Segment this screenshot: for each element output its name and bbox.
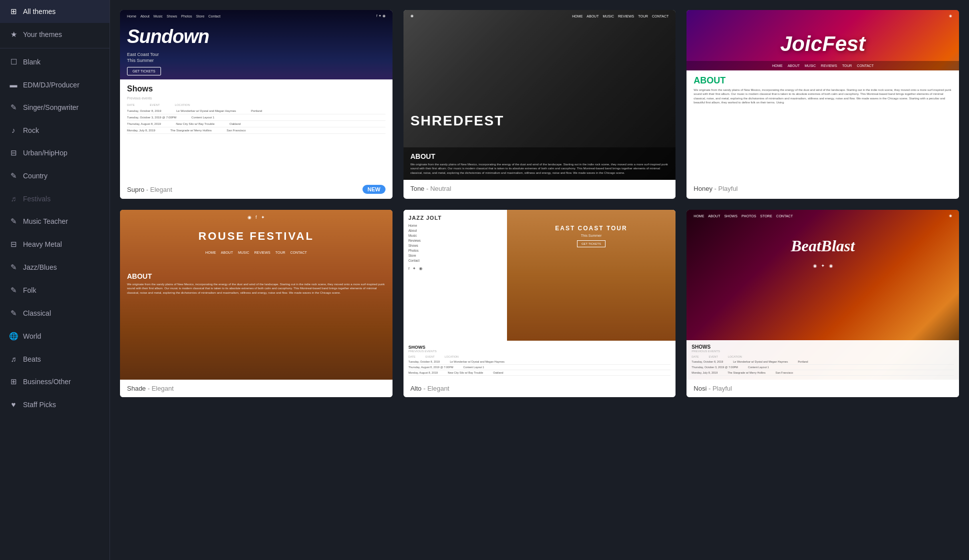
star-icon: ★	[9, 30, 18, 39]
social-icons: ◉ f ✦	[120, 210, 392, 225]
shows-sub: PREVIOUS EVENTS	[692, 350, 954, 353]
instagram-icon: ◉	[949, 14, 952, 18]
table-row: Tuesday, October 8, 2019 Le Wonderbar w/…	[408, 359, 671, 365]
sidebar: ⊞ All themes ★ Your themes ☐ Blank ▬ EDM…	[0, 0, 110, 560]
theme-card-honey[interactable]: ◉ JoicFest HOME ABOUT MUSIC REVIEWS TOUR…	[686, 10, 959, 199]
sidebar-item-jazz-blues[interactable]: ✎ Jazz/Blues	[0, 256, 110, 279]
sidebar-item-business-other[interactable]: ⊞ Business/Other	[0, 370, 110, 393]
business-icon: ⊞	[9, 377, 18, 386]
alto-split: JAZZ JOLT Home About Music Reviews Shows…	[404, 210, 676, 341]
social-icons: f ✦ ◉	[376, 14, 386, 18]
theme-preview-nosi: HOME ABOUT SHOWS PHOTOS STORE CONTACT ◉ …	[686, 210, 959, 380]
alto-tour-text: EAST COAST TOUR	[507, 210, 676, 234]
theme-card-supro[interactable]: Home About Music Shows Photos Store Cont…	[120, 10, 392, 199]
themes-grid: Home About Music Shows Photos Store Cont…	[120, 10, 959, 397]
preview-nav: ◉ HOME ABOUT MUSIC REVIEWS TOUR CONTACT	[404, 10, 676, 22]
alto-tour-sub: This Summer	[507, 234, 676, 237]
sidebar-item-festivals[interactable]: ♬ Festivals	[0, 187, 110, 210]
table-header: DATEEVENTLOCATION	[127, 102, 386, 108]
sidebar-item-rock[interactable]: ♪ Rock	[0, 119, 110, 141]
new-badge: NEW	[362, 185, 386, 194]
alto-logo: JAZZ JOLT	[408, 215, 502, 221]
hero-title: Sundown	[120, 22, 216, 51]
alto-right: EAST COAST TOUR This Summer GET TICKETS	[507, 210, 676, 341]
band-name: SHREDFEST	[410, 113, 504, 129]
theme-name-shade: Shade - Elegant	[127, 385, 174, 392]
heavy-metal-icon: ⊟	[9, 240, 18, 249]
table-row: Thursday, August 8, 2019 New City Silo w…	[127, 121, 386, 127]
theme-label-tone: Tone - Neutral	[404, 180, 676, 197]
theme-card-alto[interactable]: JAZZ JOLT Home About Music Reviews Shows…	[404, 210, 676, 397]
sidebar-item-edm[interactable]: ▬ EDM/DJ/Producer	[0, 73, 110, 96]
alto-social: f ✦ ◉	[408, 266, 502, 271]
country-icon: ✎	[9, 171, 18, 180]
sidebar-item-label: Festivals	[23, 195, 50, 203]
sidebar-item-label: Your themes	[23, 30, 62, 38]
sidebar-item-beats[interactable]: ♬ Beats	[0, 348, 110, 370]
table-header: DATEEVENTLOCATION	[408, 354, 671, 359]
table-row: Monday, July 8, 2019 The Stargrade w/ Me…	[692, 370, 954, 376]
theme-name-honey: Honey - Playful	[694, 185, 738, 192]
folk-icon: ✎	[9, 286, 18, 295]
theme-card-tone[interactable]: ◉ HOME ABOUT MUSIC REVIEWS TOUR CONTACT …	[404, 10, 676, 199]
sidebar-item-label: Urban/HipHop	[23, 149, 68, 157]
theme-preview-shade: ◉ f ✦ ROUSE FESTIVAL HOME ABOUT MUSIC RE…	[120, 210, 392, 380]
preview-nav: Home About Music Shows Photos Store Cont…	[120, 10, 392, 22]
social-bar: ◉ ✦ ◉	[686, 260, 959, 271]
alto-nav: Home About Music Reviews Shows Photos St…	[408, 224, 502, 262]
table-row: Tuesday, October 8, 2019 Le Wonderbar w/…	[692, 359, 954, 365]
sidebar-divider	[0, 48, 110, 48]
beats-icon: ♬	[9, 355, 18, 363]
sidebar-item-classical[interactable]: ✎ Classical	[0, 302, 110, 325]
sidebar-item-label: Classical	[23, 309, 51, 317]
about-section: ABOUT We originate from the sandy plains…	[686, 70, 959, 180]
theme-label-supro: Supro - Elegant NEW	[120, 180, 392, 199]
festivals-icon: ♬	[9, 194, 18, 203]
sidebar-item-singer-songwriter[interactable]: ✎ Singer/Songwriter	[0, 96, 110, 119]
theme-card-shade[interactable]: ◉ f ✦ ROUSE FESTIVAL HOME ABOUT MUSIC RE…	[120, 210, 392, 397]
theme-label-shade: Shade - Elegant	[120, 380, 392, 397]
table-header: DATEEVENTLOCATION	[692, 354, 954, 359]
band-name: ROUSE FESTIVAL	[120, 225, 392, 248]
classical-icon: ✎	[9, 309, 18, 318]
sidebar-item-country[interactable]: ✎ Country	[0, 164, 110, 187]
preview-nav: ◉	[686, 10, 959, 22]
table-row: Monday, August 8, 2019 New City Silo w/ …	[408, 370, 671, 376]
shows-subtitle: Previous events	[127, 96, 386, 100]
nav-links: HOME ABOUT MUSIC REVIEWS TOUR CONTACT	[572, 14, 668, 18]
sidebar-item-your-themes[interactable]: ★ Your themes	[0, 23, 110, 46]
alto-shows-title: SHOWS	[408, 345, 671, 350]
shows-title: SHOWS	[692, 344, 954, 350]
sidebar-item-all-themes[interactable]: ⊞ All themes	[0, 0, 110, 23]
jazz-icon: ✎	[9, 263, 18, 272]
grid-icon: ⊞	[9, 7, 18, 16]
sidebar-item-blank[interactable]: ☐ Blank	[0, 50, 110, 73]
urban-icon: ⊟	[9, 148, 18, 157]
sidebar-item-label: Staff Picks	[23, 401, 56, 409]
sidebar-item-label: Singer/Songwriter	[23, 103, 78, 111]
theme-name-tone: Tone - Neutral	[410, 185, 452, 192]
world-icon: 🌐	[9, 332, 18, 341]
sidebar-item-music-teacher[interactable]: ✎ Music Teacher	[0, 210, 110, 233]
table-row: Thursday, October 3, 2019 @ 7:00PM Conte…	[692, 365, 954, 370]
alto-shows: SHOWS PREVIOUS EVENTS DATEEVENTLOCATION …	[404, 341, 676, 380]
shows-section: SHOWS PREVIOUS EVENTS DATEEVENTLOCATION …	[686, 340, 959, 380]
theme-card-nosi[interactable]: HOME ABOUT SHOWS PHOTOS STORE CONTACT ◉ …	[686, 210, 959, 397]
alto-shows-sub: PREVIOUS EVENTS	[408, 350, 671, 353]
sidebar-top-section: ⊞ All themes ★ Your themes	[0, 0, 110, 50]
table-row: Thursday, August 8, 2019 @ 7:00PM Conten…	[408, 365, 671, 370]
sidebar-item-label: Folk	[23, 286, 36, 294]
sidebar-item-world[interactable]: 🌐 World	[0, 325, 110, 348]
shows-section: Shows Previous events DATEEVENTLOCATION …	[120, 79, 392, 180]
sidebar-item-folk[interactable]: ✎ Folk	[0, 279, 110, 302]
sidebar-item-label: World	[23, 332, 41, 340]
bottom-nav: HOME ABOUT MUSIC REVIEWS TOUR CONTACT	[120, 248, 392, 257]
sidebar-item-heavy-metal[interactable]: ⊟ Heavy Metal	[0, 233, 110, 256]
theme-name-alto: Alto - Elegant	[410, 385, 450, 392]
main-content: Home About Music Shows Photos Store Cont…	[110, 0, 969, 560]
sidebar-item-staff-picks[interactable]: ♥ Staff Picks	[0, 393, 110, 416]
sidebar-item-urban-hiphop[interactable]: ⊟ Urban/HipHop	[0, 141, 110, 164]
sidebar-item-label: Rock	[23, 126, 39, 134]
theme-label-honey: Honey - Playful	[686, 180, 959, 197]
music-teacher-icon: ✎	[9, 217, 18, 226]
